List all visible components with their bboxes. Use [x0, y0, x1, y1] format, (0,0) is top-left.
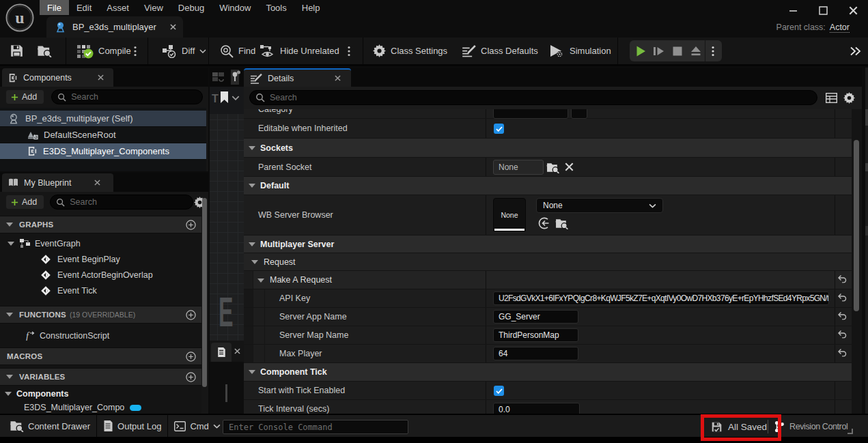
category-dropdown-button[interactable] — [571, 109, 587, 119]
wb-use-selected-icon[interactable] — [537, 217, 550, 229]
play-button[interactable] — [631, 40, 649, 61]
revision-control-button[interactable]: Revision Control — [774, 415, 848, 438]
add-macro-icon[interactable] — [186, 352, 196, 362]
browse-button[interactable] — [37, 38, 52, 64]
constructionscript-row[interactable]: f ConstructionScript — [0, 328, 201, 343]
request-group-row[interactable]: Request — [244, 253, 852, 271]
multiplayer-server-section-header[interactable]: Multiplayer Server — [244, 235, 852, 253]
tree-row-e3ds-multiplayer-components[interactable]: E3DS_Multiplayer_Components — [0, 143, 206, 160]
compile-options-button[interactable] — [134, 46, 137, 57]
frame-skip-button[interactable] — [649, 40, 668, 61]
api-key-input[interactable]: U2FsdGVkX1+6IFxYPQIgCr8+KqWJF5kZ7E+qXqtI… — [493, 291, 829, 305]
property-matrix-icon[interactable] — [826, 93, 837, 103]
diff-button[interactable]: Diff — [162, 38, 206, 64]
details-settings-icon[interactable] — [843, 92, 855, 104]
components-tab-close-icon[interactable] — [98, 74, 104, 81]
hide-unrelated-button[interactable]: Hide Unrelated — [260, 38, 339, 64]
server-app-name-input[interactable]: GG_Server — [493, 310, 578, 324]
my-blueprint-search-input[interactable] — [70, 197, 187, 207]
reset-to-default-icon[interactable] — [837, 293, 847, 302]
variables-section-header[interactable]: VARIABLES — [0, 368, 201, 386]
reset-to-default-icon[interactable] — [837, 311, 847, 320]
socket-clear-icon[interactable] — [565, 162, 574, 171]
tab-details[interactable]: Details — [244, 68, 351, 87]
details-search[interactable] — [249, 90, 817, 105]
make-a-request-group-row[interactable]: Make A Request — [244, 271, 852, 289]
my-blueprint-add-button[interactable]: Add — [5, 195, 44, 210]
parent-class-link[interactable]: Actor — [830, 23, 850, 33]
chevron-down-icon — [649, 203, 656, 208]
menu-help[interactable]: Help — [294, 0, 328, 15]
menu-view[interactable]: View — [137, 0, 171, 15]
details-tab-close-icon[interactable] — [335, 75, 341, 81]
editable-when-inherited-checkbox[interactable] — [494, 124, 504, 134]
max-player-input[interactable]: 64 — [493, 347, 578, 360]
my-blueprint-tab-close-icon[interactable] — [94, 180, 100, 186]
eventgraph-row[interactable]: EventGraph — [0, 235, 201, 251]
components-add-button[interactable]: Add — [5, 89, 44, 104]
minimize-button[interactable] — [778, 0, 808, 20]
tree-row-self[interactable]: BP_e3ds_multiplayer (Self) — [0, 111, 206, 127]
menu-asset[interactable]: Asset — [99, 0, 137, 15]
details-scrollbar-thumb[interactable] — [854, 140, 859, 311]
socket-browse-icon[interactable] — [546, 162, 559, 173]
menu-window[interactable]: Window — [212, 0, 258, 15]
default-section-header[interactable]: Default — [244, 177, 852, 195]
asset-tab-close-icon[interactable] — [170, 24, 176, 30]
event-beginplay-row[interactable]: Event BeginPlay — [0, 251, 201, 267]
components-search[interactable] — [51, 89, 203, 104]
menu-tools[interactable]: Tools — [258, 0, 294, 15]
save-button[interactable] — [10, 38, 23, 64]
sockets-section-header[interactable]: Sockets — [244, 139, 852, 158]
start-with-tick-enabled-checkbox[interactable] — [494, 386, 504, 396]
constructionscript-label: ConstructionScript — [40, 331, 109, 341]
reset-to-default-icon[interactable] — [837, 330, 847, 339]
wb-asset-thumbnail[interactable]: None — [493, 198, 526, 231]
macros-section-header[interactable]: MACROS — [0, 347, 201, 365]
component-variable-row[interactable]: E3DS_Multiplayer_Compo — [0, 401, 201, 414]
my-blueprint-list: GRAPHS EventGraph Event BeginPlay Ev — [0, 216, 201, 414]
simulation-button[interactable]: Simulation — [548, 38, 611, 64]
asset-tab[interactable]: BP_e3ds_multiplayer — [46, 16, 183, 38]
find-button[interactable]: Find — [220, 38, 255, 64]
compile-button[interactable]: Compile — [76, 38, 131, 64]
event-tick-row[interactable]: Event Tick — [0, 283, 201, 298]
hide-unrelated-options-button[interactable] — [348, 46, 350, 57]
stop-button[interactable] — [668, 40, 686, 61]
tree-row-defaultsceneroot[interactable]: DefaultSceneRoot — [0, 127, 206, 143]
menu-debug[interactable]: Debug — [171, 0, 212, 15]
wb-browse-icon[interactable] — [555, 218, 568, 229]
event-actorbeginoverlap-row[interactable]: Event ActorBeginOverlap — [0, 267, 201, 283]
add-function-icon[interactable] — [186, 310, 196, 320]
details-search-input[interactable] — [270, 93, 811, 102]
server-map-name-input[interactable]: ThirdPersonMap — [493, 328, 578, 342]
toolbar-overflow-button[interactable] — [850, 46, 861, 56]
functions-section-header[interactable]: FUNCTIONS (19 OVERRIDABLE) — [0, 306, 201, 324]
category-input[interactable] — [493, 109, 568, 119]
window-resize-grip[interactable] — [848, 429, 853, 434]
tab-components[interactable]: Components — [2, 68, 113, 87]
tick-interval-input[interactable]: 0.0 — [493, 403, 580, 414]
add-graph-icon[interactable] — [186, 220, 196, 230]
tab-my-blueprint[interactable]: My Blueprint — [2, 173, 113, 192]
reset-to-default-icon[interactable] — [837, 348, 847, 357]
menu-edit[interactable]: Edit — [69, 0, 99, 15]
class-settings-button[interactable]: Class Settings — [373, 38, 447, 64]
components-category-row[interactable]: Components — [0, 386, 201, 401]
component-tick-section-header[interactable]: Component Tick — [244, 363, 852, 382]
parent-socket-value[interactable]: None — [493, 160, 544, 175]
components-search-input[interactable] — [71, 92, 197, 102]
play-options-button[interactable] — [705, 40, 720, 61]
maximize-button[interactable] — [808, 0, 838, 20]
reset-to-default-icon[interactable] — [837, 274, 847, 283]
close-icon[interactable] — [234, 348, 240, 354]
my-blueprint-search[interactable] — [50, 195, 193, 210]
my-blueprint-scrollbar[interactable] — [202, 198, 207, 387]
menu-file[interactable]: File — [40, 0, 69, 15]
close-window-button[interactable] — [838, 0, 868, 20]
graphs-section-header[interactable]: GRAPHS — [0, 216, 201, 233]
eject-button[interactable] — [686, 40, 705, 61]
class-defaults-button[interactable]: Class Defaults — [462, 38, 538, 64]
add-variable-icon[interactable] — [186, 372, 196, 382]
wb-dropdown[interactable]: None — [536, 198, 663, 213]
